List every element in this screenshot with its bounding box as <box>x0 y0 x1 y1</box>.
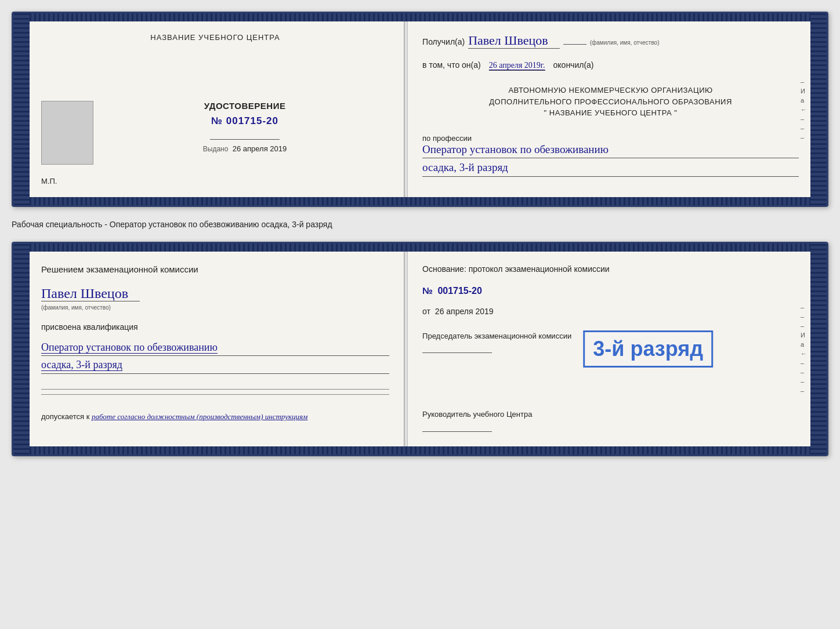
doc1-right-page: Получил(а) Павел Швецов (фамилия, имя, о… <box>408 21 810 197</box>
org-line2: ДОПОЛНИТЕЛЬНОГО ПРОФЕССИОНАЛЬНОГО ОБРАЗО… <box>422 96 799 108</box>
chairman-label: Председатель экзаменационной комиссии <box>422 331 799 356</box>
cert-title: УДОСТОВЕРЕНИЕ <box>204 101 286 111</box>
bottom-edge-1 <box>30 197 810 205</box>
doc2-left-page: Решением экзаменационной комиссии Павел … <box>30 252 404 446</box>
doc2-content: Решением экзаменационной комиссии Павел … <box>30 243 810 455</box>
completed-date: 26 апреля 2019г. <box>489 61 545 71</box>
allowed-block: допускается к работе согласно должностны… <box>41 412 389 421</box>
page-wrapper: НАЗВАНИЕ УЧЕБНОГО ЦЕНТРА УДОСТОВЕРЕНИЕ №… <box>12 12 828 456</box>
signature-line-1 <box>210 132 280 140</box>
org-line1: АВТОНОМНУЮ НЕКОММЕРЧЕСКУЮ ОРГАНИЗАЦИЮ <box>422 85 799 96</box>
issued-date: 26 апреля 2019 <box>233 144 287 153</box>
spine-right-1 <box>810 13 827 205</box>
bottom-edge-2 <box>30 446 810 455</box>
doc2-inner: Решением экзаменационной комиссии Павел … <box>30 252 810 446</box>
chairman-label-text: Председатель экзаменационной комиссии <box>422 332 571 340</box>
completed-label: окончил(а) <box>553 60 594 70</box>
received-row: Получил(а) Павел Швецов (фамилия, имя, о… <box>422 33 799 49</box>
org-block: АВТОНОМНУЮ НЕКОММЕРЧЕСКУЮ ОРГАНИЗАЦИЮ ДО… <box>422 85 799 119</box>
spine-left-1 <box>13 13 30 205</box>
qualification-block: Оператор установок по обезвоживанию осад… <box>41 341 389 374</box>
side-chars-2: – – – И а ← – – – – <box>801 304 807 394</box>
date-row: в том, что он(а) 26 апреля 2019г. окончи… <box>422 60 799 71</box>
received-label: Получил(а) <box>422 37 465 46</box>
cert-number-prefix: № <box>211 115 223 126</box>
document-1: НАЗВАНИЕ УЧЕБНОГО ЦЕНТРА УДОСТОВЕРЕНИЕ №… <box>12 12 828 207</box>
profession-label: по профессии <box>422 134 799 143</box>
top-edge-2 <box>30 243 810 252</box>
profession-line1: Оператор установок по обезвоживанию <box>422 143 799 159</box>
protocol-date-row: от 26 апреля 2019 <box>422 307 799 316</box>
qual-line1: Оператор установок по обезвоживанию <box>41 341 389 356</box>
training-center-title-1: НАЗВАНИЕ УЧЕБНОГО ЦЕНТРА <box>41 33 389 42</box>
head-label: Руководитель учебного Центра <box>422 410 532 419</box>
protocol-number-row: № 001715-20 <box>422 286 799 296</box>
dash-lines-block <box>41 388 389 396</box>
allowed-label: допускается к <box>41 412 89 421</box>
person-name-block: Павел Швецов (фамилия, имя, отчество) <box>41 286 389 312</box>
document-2: Решением экзаменационной комиссии Павел … <box>12 242 828 456</box>
doc1-content: НАЗВАНИЕ УЧЕБНОГО ЦЕНТРА УДОСТОВЕРЕНИЕ №… <box>30 13 810 205</box>
spine-left-2 <box>13 243 30 455</box>
qual-line2: осадка, 3-й разряд <box>41 358 389 373</box>
cert-number: № 001715-20 <box>211 115 278 127</box>
recipient-name: Павел Швецов <box>468 33 560 49</box>
protocol-date: 26 апреля 2019 <box>435 307 494 316</box>
protocol-prefix: № <box>422 286 433 296</box>
cert-number-value: 001715-20 <box>226 115 278 126</box>
chairman-sig-line <box>422 345 492 353</box>
name-subtext-1: (фамилия, имя, отчество) <box>590 39 660 46</box>
decision-label: Решением экзаменационной комиссии <box>41 263 389 275</box>
date-prefix: от <box>422 307 430 316</box>
person-name: Павел Швецов <box>41 286 140 301</box>
profession-line2: осадка, 3-й разряд <box>422 161 799 177</box>
mp-label: М.П. <box>41 177 57 186</box>
assigned-label: присвоена квалификация <box>41 322 389 332</box>
head-sig-line <box>422 424 492 432</box>
allowed-text: работе согласно должностным (производств… <box>92 412 307 421</box>
doc1-left-page: НАЗВАНИЕ УЧЕБНОГО ЦЕНТРА УДОСТОВЕРЕНИЕ №… <box>30 21 404 197</box>
org-line3: " НАЗВАНИЕ УЧЕБНОГО ЦЕНТРА " <box>422 107 799 119</box>
photo-placeholder <box>41 101 93 165</box>
profession-block: по профессии Оператор установок по обезв… <box>422 134 799 177</box>
head-label-block: Руководитель учебного Центра <box>422 409 799 434</box>
descriptor-text: Рабочая специальность - Оператор установ… <box>12 217 828 231</box>
doc1-inner: НАЗВАНИЕ УЧЕБНОГО ЦЕНТРА УДОСТОВЕРЕНИЕ №… <box>30 21 810 197</box>
basis-label: Основание: протокол экзаменационной коми… <box>422 263 799 275</box>
spine-right-2 <box>810 243 827 455</box>
top-edge-1 <box>30 13 810 21</box>
name-subtext-2: (фамилия, имя, отчество) <box>41 304 111 311</box>
protocol-number: 001715-20 <box>437 286 482 296</box>
issued-label: Выдано <box>203 145 229 153</box>
in-that-label: в том, что он(а) <box>422 60 481 70</box>
side-chars-1: – И а ← – – – <box>801 78 807 141</box>
doc2-right-page: Основание: протокол экзаменационной коми… <box>408 252 810 446</box>
